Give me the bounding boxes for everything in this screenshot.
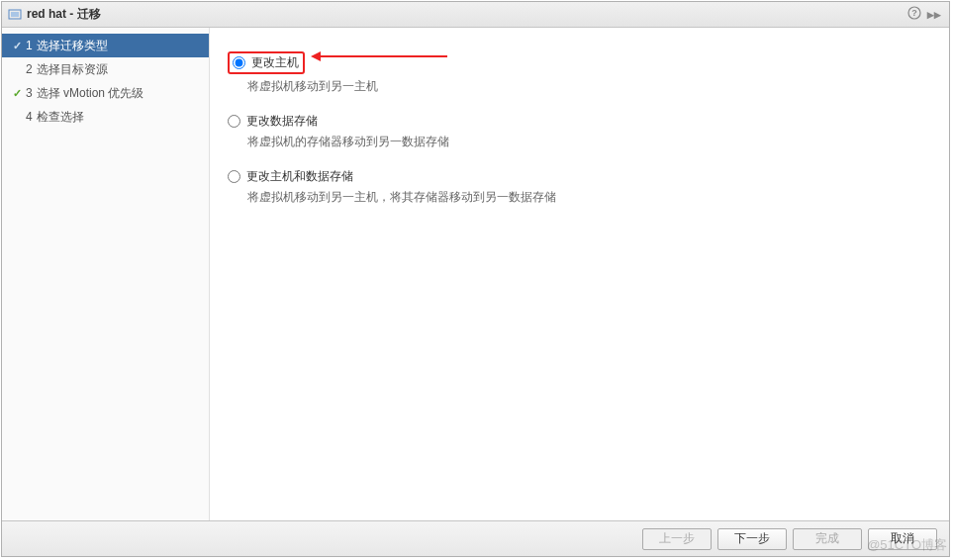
annotation-arrow <box>319 55 447 57</box>
svg-text:?: ? <box>911 8 917 18</box>
step-label: 选择目标资源 <box>37 61 108 78</box>
svg-rect-1 <box>11 12 19 17</box>
step-label: 选择 vMotion 优先级 <box>37 85 144 102</box>
step-num: 3 <box>26 86 33 100</box>
wizard-sidebar: ✓ 1 选择迁移类型 ✓ 2 选择目标资源 ✓ 3 选择 vMotion 优先级… <box>2 28 210 520</box>
highlight-box: 更改主机 <box>228 51 305 74</box>
option-label: 更改主机和数据存储 <box>246 168 353 185</box>
footer: 上一步 下一步 完成 取消 <box>2 520 949 556</box>
option-label: 更改主机 <box>251 54 299 71</box>
back-button[interactable]: 上一步 <box>642 528 712 550</box>
check-icon: ✓ <box>10 40 24 52</box>
step-label: 检查选择 <box>37 109 84 126</box>
step-review[interactable]: ✓ 4 检查选择 <box>2 105 209 129</box>
step-label: 选择迁移类型 <box>37 38 108 54</box>
next-button[interactable]: 下一步 <box>717 528 787 550</box>
radio-change-both[interactable] <box>228 170 240 183</box>
check-icon: ✓ <box>10 87 24 100</box>
migration-dialog: red hat - 迁移 ? ▸▸ ✓ 1 选择迁移类型 ✓ 2 选择目标资源 … <box>1 1 950 557</box>
option-desc: 将虚拟机移动到另一主机，将其存储器移动到另一数据存储 <box>247 189 931 206</box>
content-area: ✓ 1 选择迁移类型 ✓ 2 选择目标资源 ✓ 3 选择 vMotion 优先级… <box>2 28 949 520</box>
finish-button[interactable]: 完成 <box>793 528 862 550</box>
help-icon[interactable]: ? <box>905 6 923 24</box>
option-change-datastore: 更改数据存储 将虚拟机的存储器移动到另一数据存储 <box>228 113 931 150</box>
step-target-resource[interactable]: ✓ 2 选择目标资源 <box>2 57 209 81</box>
step-num: 1 <box>26 39 33 52</box>
step-vmotion-priority[interactable]: ✓ 3 选择 vMotion 优先级 <box>2 81 209 105</box>
step-num: 2 <box>26 62 33 76</box>
radio-change-datastore[interactable] <box>228 115 240 128</box>
step-num: 4 <box>26 110 33 124</box>
radio-change-host[interactable] <box>233 56 245 69</box>
step-migration-type[interactable]: ✓ 1 选择迁移类型 <box>2 34 209 57</box>
option-change-both: 更改主机和数据存储 将虚拟机移动到另一主机，将其存储器移动到另一数据存储 <box>228 168 931 206</box>
titlebar: red hat - 迁移 ? ▸▸ <box>2 2 949 28</box>
dialog-title: red hat - 迁移 <box>27 6 101 23</box>
option-label: 更改数据存储 <box>246 113 318 130</box>
main-panel: 更改主机 将虚拟机移动到另一主机 更改数据存储 将虚拟机的存储器移动到另一数据存… <box>210 28 949 520</box>
cancel-button[interactable]: 取消 <box>868 528 937 550</box>
option-desc: 将虚拟机移动到另一主机 <box>247 78 931 95</box>
expand-icon[interactable]: ▸▸ <box>925 6 943 24</box>
option-change-host: 更改主机 将虚拟机移动到另一主机 <box>228 51 931 95</box>
option-desc: 将虚拟机的存储器移动到另一数据存储 <box>247 134 931 150</box>
vm-icon <box>8 8 22 22</box>
